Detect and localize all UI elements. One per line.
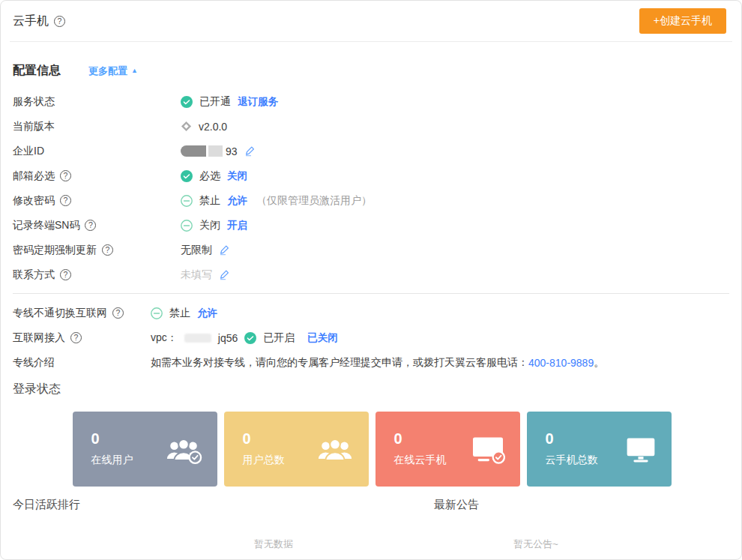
- row-internet-access: 互联网接入 ? vpc： jq56 已开启 已关闭: [13, 325, 729, 350]
- service-status-value: 已开通: [199, 95, 231, 109]
- ranking-panel-title: 今日活跃排行: [13, 498, 80, 512]
- announcement-empty-text: 暂无公告~: [513, 538, 558, 551]
- users-check-icon: [165, 436, 202, 469]
- monitor-icon: [625, 436, 657, 467]
- row-service-status: 服务状态 已开通 退订服务: [13, 89, 729, 114]
- record-sn-enable-link[interactable]: 开启: [227, 219, 247, 232]
- network-rows: 专线不通切换互联网 ? 禁止 允许 互联网接入 ? vpc：: [13, 301, 729, 375]
- config-section-title: 配置信息: [13, 63, 61, 79]
- redacted-block: [184, 334, 211, 343]
- config-section-head: 配置信息 更多配置 ▲: [13, 63, 729, 79]
- redacted-block: [208, 145, 223, 157]
- version-diamond-icon: [181, 121, 192, 132]
- email-required-toggle-link[interactable]: 关闭: [227, 169, 247, 183]
- chevron-up-icon: ▲: [131, 67, 138, 74]
- page-header: 云手机 ? +创建云手机: [10, 1, 732, 42]
- unsubscribe-link[interactable]: 退订服务: [238, 95, 278, 109]
- enterprise-id-label: 企业ID: [13, 145, 44, 158]
- help-icon[interactable]: ?: [112, 307, 124, 319]
- change-password-value: 禁止: [199, 194, 220, 208]
- line-fallback-label: 专线不通切换互联网: [13, 307, 107, 320]
- row-email-required: 邮箱必选 ? 必选 关闭: [13, 163, 729, 188]
- stat-card-total-cloud-phones: 0 云手机总数: [527, 412, 672, 487]
- redacted-block: [181, 145, 206, 157]
- login-status-title: 登录状态: [13, 382, 729, 397]
- stat-card-total-users: 0 用户总数: [224, 412, 369, 487]
- internet-access-label: 互联网接入: [13, 331, 65, 345]
- enterprise-id-value: 93: [226, 145, 238, 157]
- stat-card-online-users: 0 在线用户: [73, 412, 217, 487]
- section-divider: [13, 293, 729, 294]
- internet-access-toggle-link[interactable]: 已关闭: [307, 331, 338, 345]
- help-icon[interactable]: ?: [60, 170, 71, 181]
- line-fallback-value: 禁止: [169, 307, 190, 320]
- row-contact: 联系方式 ? 未填写: [13, 262, 729, 287]
- row-change-password: 修改密码 ? 禁止 允许 （仅限管理员激活用户）: [13, 188, 729, 213]
- minus-circle-icon: [181, 220, 193, 232]
- record-sn-label: 记录终端SN码: [13, 219, 79, 232]
- config-rows: 服务状态 已开通 退订服务 当前版本 v2: [13, 89, 729, 287]
- version-label: 当前版本: [13, 120, 55, 133]
- change-password-note: （仅限管理员激活用户）: [256, 194, 372, 208]
- service-status-label: 服务状态: [13, 95, 55, 109]
- line-intro-label: 专线介绍: [13, 356, 55, 370]
- stat-cards: 0 在线用户 0: [73, 412, 670, 487]
- row-line-fallback: 专线不通切换互联网 ? 禁止 允许: [13, 301, 729, 325]
- users-icon: [316, 436, 354, 469]
- check-circle-icon: [181, 170, 193, 182]
- email-required-label: 邮箱必选: [13, 169, 55, 183]
- service-phone-link[interactable]: 400-810-9889: [528, 357, 594, 369]
- help-icon[interactable]: ?: [60, 269, 71, 280]
- row-password-force-update: 密码定期强制更新 ? 无限制: [13, 238, 729, 262]
- line-intro-suffix: 。: [594, 356, 604, 370]
- edit-icon[interactable]: [219, 244, 230, 256]
- minus-circle-icon: [151, 307, 163, 319]
- more-config-link[interactable]: 更多配置 ▲: [88, 64, 138, 78]
- minus-circle-icon: [181, 195, 193, 207]
- announcement-panel-title: 最新公告: [434, 498, 479, 512]
- password-force-update-value: 无限制: [181, 244, 212, 257]
- stat-card-online-cloud-phones: 0 在线云手机: [375, 412, 520, 487]
- record-sn-value: 关闭: [199, 219, 220, 232]
- bottom-panels: 今日活跃排行 最新公告 暂无数据 暂无公告~: [13, 494, 729, 560]
- line-fallback-allow-link[interactable]: 允许: [197, 307, 217, 320]
- page-title-wrap: 云手机 ?: [13, 13, 65, 29]
- help-icon[interactable]: ?: [102, 244, 113, 256]
- edit-icon[interactable]: [244, 145, 256, 157]
- page-title: 云手机: [13, 13, 49, 29]
- ranking-empty-text: 暂无数据: [254, 538, 293, 551]
- contact-value: 未填写: [181, 268, 212, 282]
- edit-icon[interactable]: [219, 269, 230, 280]
- contact-label: 联系方式: [13, 268, 55, 282]
- internet-access-value: 已开启: [263, 331, 295, 345]
- help-icon[interactable]: ?: [85, 220, 96, 231]
- row-line-intro: 专线介绍 如需本业务对接专线，请向您的专属客户经理提交申请，或拨打天翼云客服电话…: [13, 350, 729, 375]
- cloud-phone-page: 云手机 ? +创建云手机 配置信息 更多配置 ▲ 服务状态: [0, 0, 742, 560]
- vpc-prefix: vpc：: [151, 331, 178, 345]
- check-circle-icon: [244, 332, 256, 344]
- help-icon[interactable]: ?: [60, 195, 71, 206]
- help-icon[interactable]: ?: [54, 16, 65, 27]
- email-required-value: 必选: [199, 169, 220, 183]
- change-password-allow-link[interactable]: 允许: [227, 194, 247, 208]
- monitor-check-icon: [471, 436, 505, 469]
- row-enterprise-id: 企业ID 93: [13, 139, 729, 163]
- row-version: 当前版本 v2.0.0: [13, 114, 729, 139]
- row-record-sn: 记录终端SN码 ? 关闭 开启: [13, 213, 729, 238]
- page-content: 配置信息 更多配置 ▲ 服务状态 已开通 退订服务: [1, 63, 741, 560]
- vpc-value: jq56: [218, 332, 238, 344]
- version-value: v2.0.0: [199, 121, 227, 133]
- create-cloud-phone-button[interactable]: +创建云手机: [639, 8, 726, 34]
- more-config-label: 更多配置: [88, 64, 127, 78]
- check-circle-icon: [181, 96, 193, 108]
- line-intro-text: 如需本业务对接专线，请向您的专属客户经理提交申请，或拨打天翼云客服电话：: [151, 356, 528, 370]
- password-force-update-label: 密码定期强制更新: [13, 244, 97, 257]
- help-icon[interactable]: ?: [70, 332, 82, 343]
- change-password-label: 修改密码: [13, 194, 55, 208]
